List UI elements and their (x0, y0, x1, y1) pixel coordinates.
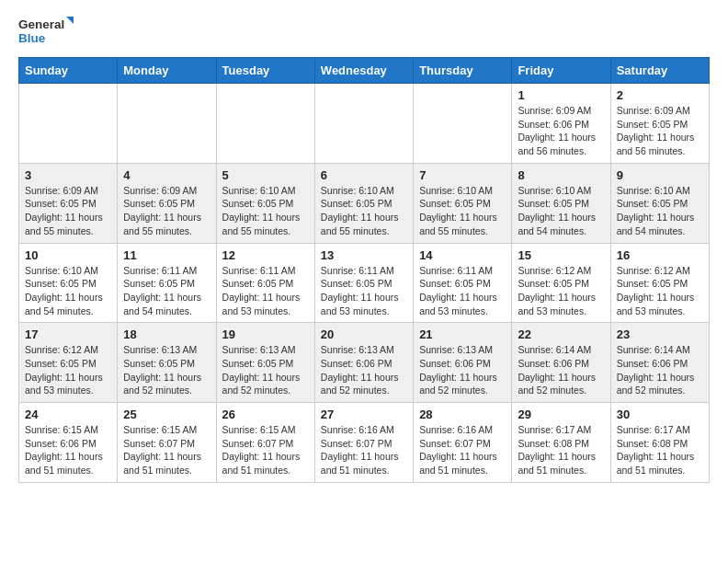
day-number: 29 (518, 408, 604, 421)
day-info: Sunrise: 6:15 AMSunset: 6:07 PMDaylight:… (222, 423, 309, 477)
weekday-header-row: SundayMondayTuesdayWednesdayThursdayFrid… (19, 58, 710, 84)
day-number: 18 (123, 327, 210, 341)
day-info: Sunrise: 6:10 AMSunset: 6:05 PMDaylight:… (25, 264, 111, 318)
day-number: 26 (222, 408, 309, 421)
day-info: Sunrise: 6:11 AMSunset: 6:05 PMDaylight:… (123, 264, 210, 318)
day-number: 23 (617, 327, 703, 341)
day-number: 27 (321, 408, 407, 421)
calendar-cell: 9Sunrise: 6:10 AMSunset: 6:05 PMDaylight… (610, 163, 709, 243)
day-number: 16 (617, 248, 703, 262)
day-number: 6 (321, 168, 407, 182)
calendar-week-row: 24Sunrise: 6:15 AMSunset: 6:06 PMDayligh… (19, 403, 710, 483)
calendar-cell: 10Sunrise: 6:10 AMSunset: 6:05 PMDayligh… (19, 243, 118, 323)
calendar-cell: 4Sunrise: 6:09 AMSunset: 6:05 PMDaylight… (118, 163, 216, 243)
day-info: Sunrise: 6:12 AMSunset: 6:05 PMDaylight:… (617, 264, 703, 318)
day-number: 13 (321, 248, 407, 262)
calendar-week-row: 1Sunrise: 6:09 AMSunset: 6:06 PMDaylight… (19, 84, 710, 164)
svg-text:General: General (18, 17, 64, 31)
calendar-cell: 17Sunrise: 6:12 AMSunset: 6:05 PMDayligh… (19, 323, 118, 403)
logo-svg: General Blue (18, 15, 74, 48)
calendar-cell (216, 84, 314, 164)
weekday-header: Thursday (414, 58, 512, 84)
calendar-week-row: 10Sunrise: 6:10 AMSunset: 6:05 PMDayligh… (19, 243, 710, 323)
calendar-cell: 25Sunrise: 6:15 AMSunset: 6:07 PMDayligh… (118, 403, 216, 483)
day-info: Sunrise: 6:10 AMSunset: 6:05 PMDaylight:… (222, 184, 309, 238)
day-info: Sunrise: 6:16 AMSunset: 6:07 PMDaylight:… (321, 423, 407, 477)
weekday-header: Tuesday (216, 58, 314, 84)
calendar-cell: 5Sunrise: 6:10 AMSunset: 6:05 PMDaylight… (216, 163, 314, 243)
day-info: Sunrise: 6:10 AMSunset: 6:05 PMDaylight:… (617, 184, 703, 238)
day-info: Sunrise: 6:12 AMSunset: 6:05 PMDaylight:… (25, 343, 111, 397)
calendar-cell: 22Sunrise: 6:14 AMSunset: 6:06 PMDayligh… (512, 323, 610, 403)
day-info: Sunrise: 6:11 AMSunset: 6:05 PMDaylight:… (419, 264, 506, 318)
day-number: 4 (123, 168, 210, 182)
day-info: Sunrise: 6:10 AMSunset: 6:05 PMDaylight:… (419, 184, 506, 238)
calendar-cell: 8Sunrise: 6:10 AMSunset: 6:05 PMDaylight… (512, 163, 610, 243)
day-info: Sunrise: 6:13 AMSunset: 6:06 PMDaylight:… (419, 343, 506, 397)
calendar-cell: 15Sunrise: 6:12 AMSunset: 6:05 PMDayligh… (512, 243, 610, 323)
day-info: Sunrise: 6:09 AMSunset: 6:05 PMDaylight:… (123, 184, 210, 238)
day-number: 15 (518, 248, 604, 262)
calendar-cell: 20Sunrise: 6:13 AMSunset: 6:06 PMDayligh… (314, 323, 413, 403)
calendar-cell: 27Sunrise: 6:16 AMSunset: 6:07 PMDayligh… (314, 403, 413, 483)
day-number: 19 (222, 327, 309, 341)
calendar-cell: 28Sunrise: 6:16 AMSunset: 6:07 PMDayligh… (414, 403, 512, 483)
weekday-header: Monday (118, 58, 216, 84)
svg-text:Blue: Blue (18, 31, 46, 45)
day-number: 14 (419, 248, 506, 262)
calendar-cell: 1Sunrise: 6:09 AMSunset: 6:06 PMDaylight… (512, 84, 610, 164)
calendar-cell: 12Sunrise: 6:11 AMSunset: 6:05 PMDayligh… (216, 243, 314, 323)
day-number: 2 (617, 88, 703, 102)
day-info: Sunrise: 6:13 AMSunset: 6:06 PMDaylight:… (321, 343, 407, 397)
calendar-cell (118, 84, 216, 164)
day-info: Sunrise: 6:09 AMSunset: 6:05 PMDaylight:… (617, 104, 703, 158)
calendar-cell (314, 84, 413, 164)
calendar-cell: 29Sunrise: 6:17 AMSunset: 6:08 PMDayligh… (512, 403, 610, 483)
day-info: Sunrise: 6:11 AMSunset: 6:05 PMDaylight:… (321, 264, 407, 318)
calendar-cell: 7Sunrise: 6:10 AMSunset: 6:05 PMDaylight… (414, 163, 512, 243)
day-number: 5 (222, 168, 309, 182)
day-number: 28 (419, 408, 506, 421)
logo: General Blue (18, 15, 74, 48)
calendar-week-row: 3Sunrise: 6:09 AMSunset: 6:05 PMDaylight… (19, 163, 710, 243)
day-info: Sunrise: 6:10 AMSunset: 6:05 PMDaylight:… (518, 184, 604, 238)
calendar-cell: 18Sunrise: 6:13 AMSunset: 6:05 PMDayligh… (118, 323, 216, 403)
day-number: 7 (419, 168, 506, 182)
day-number: 21 (419, 327, 506, 341)
calendar-cell: 3Sunrise: 6:09 AMSunset: 6:05 PMDaylight… (19, 163, 118, 243)
calendar-cell: 13Sunrise: 6:11 AMSunset: 6:05 PMDayligh… (314, 243, 413, 323)
day-number: 11 (123, 248, 210, 262)
day-info: Sunrise: 6:13 AMSunset: 6:05 PMDaylight:… (222, 343, 309, 397)
day-info: Sunrise: 6:14 AMSunset: 6:06 PMDaylight:… (518, 343, 604, 397)
day-info: Sunrise: 6:17 AMSunset: 6:08 PMDaylight:… (617, 423, 703, 477)
calendar-cell (414, 84, 512, 164)
day-number: 22 (518, 327, 604, 341)
day-number: 1 (518, 88, 604, 102)
calendar-cell: 24Sunrise: 6:15 AMSunset: 6:06 PMDayligh… (19, 403, 118, 483)
calendar-cell: 26Sunrise: 6:15 AMSunset: 6:07 PMDayligh… (216, 403, 314, 483)
calendar-cell: 11Sunrise: 6:11 AMSunset: 6:05 PMDayligh… (118, 243, 216, 323)
day-info: Sunrise: 6:11 AMSunset: 6:05 PMDaylight:… (222, 264, 309, 318)
day-info: Sunrise: 6:15 AMSunset: 6:06 PMDaylight:… (25, 423, 111, 477)
day-number: 20 (321, 327, 407, 341)
day-number: 9 (617, 168, 703, 182)
calendar-cell: 6Sunrise: 6:10 AMSunset: 6:05 PMDaylight… (314, 163, 413, 243)
day-info: Sunrise: 6:09 AMSunset: 6:06 PMDaylight:… (518, 104, 604, 158)
day-info: Sunrise: 6:09 AMSunset: 6:05 PMDaylight:… (25, 184, 111, 238)
day-number: 3 (25, 168, 111, 182)
day-info: Sunrise: 6:16 AMSunset: 6:07 PMDaylight:… (419, 423, 506, 477)
weekday-header: Saturday (610, 58, 709, 84)
weekday-header: Wednesday (314, 58, 413, 84)
day-number: 25 (123, 408, 210, 421)
calendar-cell: 19Sunrise: 6:13 AMSunset: 6:05 PMDayligh… (216, 323, 314, 403)
calendar-week-row: 17Sunrise: 6:12 AMSunset: 6:05 PMDayligh… (19, 323, 710, 403)
calendar-cell: 30Sunrise: 6:17 AMSunset: 6:08 PMDayligh… (610, 403, 709, 483)
day-info: Sunrise: 6:12 AMSunset: 6:05 PMDaylight:… (518, 264, 604, 318)
day-info: Sunrise: 6:17 AMSunset: 6:08 PMDaylight:… (518, 423, 604, 477)
day-info: Sunrise: 6:15 AMSunset: 6:07 PMDaylight:… (123, 423, 210, 477)
calendar-table: SundayMondayTuesdayWednesdayThursdayFrid… (18, 57, 710, 483)
calendar-cell: 21Sunrise: 6:13 AMSunset: 6:06 PMDayligh… (414, 323, 512, 403)
day-info: Sunrise: 6:14 AMSunset: 6:06 PMDaylight:… (617, 343, 703, 397)
calendar-cell: 14Sunrise: 6:11 AMSunset: 6:05 PMDayligh… (414, 243, 512, 323)
day-info: Sunrise: 6:13 AMSunset: 6:05 PMDaylight:… (123, 343, 210, 397)
